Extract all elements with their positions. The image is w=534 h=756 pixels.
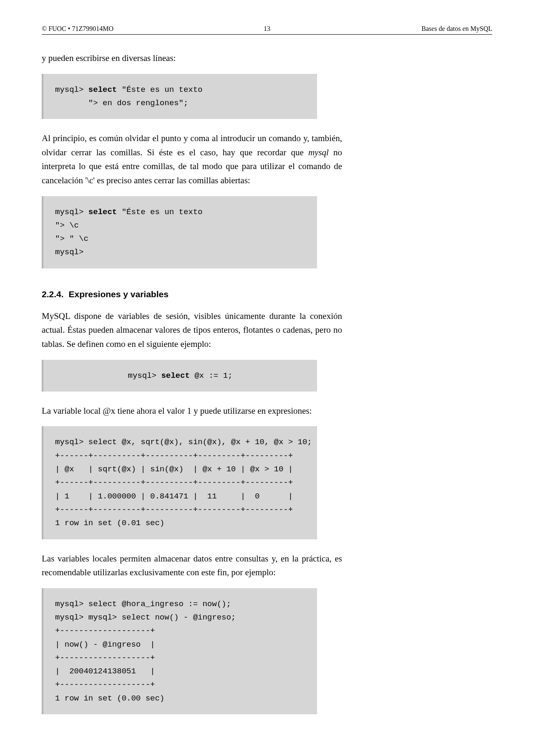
code-block-1: mysql> select "Éste es un texto "> en do…	[42, 74, 317, 119]
code-block-4: mysql> select @x, sqrt(@x), sin(@x), @x …	[42, 426, 317, 539]
paragraph-4: La variable local @x tiene ahora el valo…	[42, 404, 342, 418]
page-header: © FUOC • 71Z799014MO 13 Bases de datos e…	[42, 25, 492, 35]
code-block-5: mysql> select @hora_ingreso := now(); my…	[42, 588, 317, 714]
text-run: Al principio, es común olvidar el punto …	[42, 133, 342, 157]
code-line: "> " \c	[55, 234, 88, 243]
heading-text: Expresiones y variables	[69, 289, 169, 299]
code-text: @x := 1;	[190, 371, 233, 380]
code-block-2: mysql> select "Éste es un texto "> \c ">…	[42, 196, 317, 268]
code-keyword: select	[88, 85, 117, 94]
code-prompt: mysql>	[55, 207, 88, 217]
heading-number: 2.2.4.	[42, 289, 64, 299]
text-italic: mysql	[308, 147, 329, 157]
code-text: "Éste es un texto	[117, 207, 202, 217]
section-heading: 2.2.4.Expresiones y variables	[42, 289, 492, 299]
code-line: mysql>	[55, 248, 83, 257]
paragraph-5: Las variables locales permiten almacenar…	[42, 552, 342, 580]
paragraph-intro: y pueden escribirse en diversas líneas:	[42, 51, 342, 66]
code-text: "Éste es un texto	[117, 85, 202, 94]
code-line: "> en dos renglones";	[55, 99, 188, 108]
paragraph-2: Al principio, es común olvidar el punto …	[42, 131, 342, 187]
page-number: 13	[264, 25, 270, 33]
code-block-3: mysql> select @x := 1;	[42, 360, 317, 392]
header-right: Bases de datos en MySQL	[421, 25, 492, 33]
document-page: © FUOC • 71Z799014MO 13 Bases de datos e…	[0, 0, 534, 756]
code-prompt: mysql>	[55, 85, 88, 94]
paragraph-3: MySQL dispone de variables de sesión, vi…	[42, 309, 342, 351]
code-line: "> \c	[55, 221, 79, 230]
code-keyword: select	[88, 207, 117, 217]
code-keyword: select	[161, 371, 189, 380]
code-prompt: mysql>	[128, 371, 161, 380]
header-left: © FUOC • 71Z799014MO	[42, 25, 113, 33]
